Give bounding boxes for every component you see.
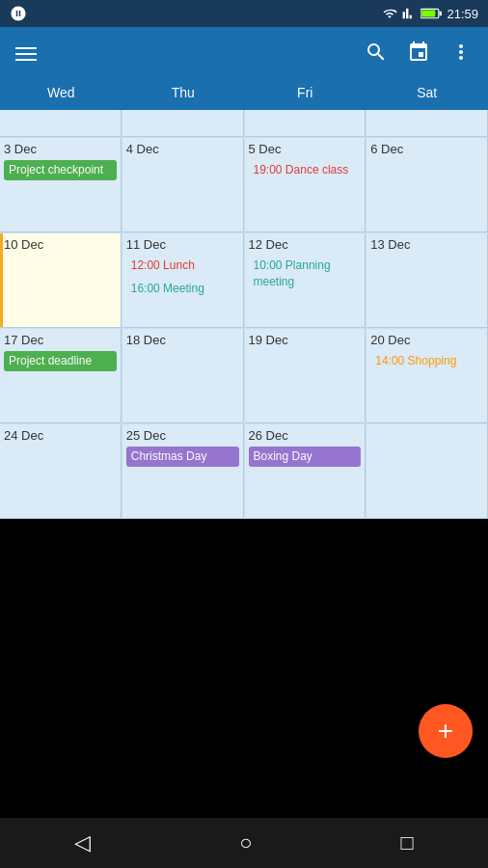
- day-cell-w0d3[interactable]: [366, 110, 488, 137]
- time-display: 21:59: [447, 7, 478, 21]
- calendar-event[interactable]: Project deadline: [4, 351, 117, 371]
- svg-rect-1: [422, 10, 436, 16]
- day-cell-24 Dec[interactable]: 24 Dec: [0, 424, 122, 519]
- day-cell-w4d3[interactable]: [366, 424, 488, 519]
- day-header-fri: Fri: [244, 81, 366, 104]
- calendar-event[interactable]: Boxing Day: [249, 447, 362, 467]
- day-cell-17 Dec[interactable]: 17 DecProject deadline: [0, 329, 122, 423]
- day-cell-w0d2[interactable]: [245, 110, 366, 137]
- day-cell-19 Dec[interactable]: 19 Dec: [245, 329, 366, 423]
- calendar-event[interactable]: Christmas Day: [126, 447, 239, 467]
- add-icon: +: [438, 716, 453, 746]
- svg-rect-2: [440, 12, 442, 16]
- day-cell-10 Dec[interactable]: 10 Dec: [0, 233, 122, 328]
- day-cell-25 Dec[interactable]: 25 DecChristmas Day: [122, 424, 244, 519]
- day-number: 12 Dec: [249, 237, 362, 252]
- calendar-grid: 3 DecProject checkpoint4 Dec5 Dec19:00 D…: [0, 110, 488, 519]
- day-cell-18 Dec[interactable]: 18 Dec: [122, 329, 244, 423]
- day-number: 26 Dec: [249, 428, 362, 443]
- day-cell-w0d0[interactable]: [0, 110, 122, 137]
- calendar-event[interactable]: 10:00 Planning meeting: [249, 256, 362, 292]
- day-cell-4 Dec[interactable]: 4 Dec: [122, 138, 244, 232]
- day-cell-5 Dec[interactable]: 5 Dec19:00 Dance class: [245, 138, 366, 232]
- search-button[interactable]: [365, 41, 388, 68]
- day-number: 3 Dec: [4, 142, 117, 156]
- day-header-sat: Sat: [366, 81, 489, 104]
- cat-icon: [10, 5, 27, 22]
- day-number: 20 Dec: [370, 333, 483, 347]
- day-cell-13 Dec[interactable]: 13 Dec: [366, 233, 488, 328]
- calendar-event[interactable]: 14:00 Shopping: [370, 351, 483, 371]
- day-header-thu: Thu: [122, 81, 245, 104]
- status-left: [10, 5, 27, 22]
- more-options-button[interactable]: [449, 41, 473, 68]
- battery-icon: [420, 8, 442, 19]
- calendar-event[interactable]: 12:00 Lunch: [126, 256, 239, 276]
- header-actions: [365, 41, 473, 68]
- day-cell-6 Dec[interactable]: 6 Dec: [366, 138, 488, 232]
- day-cell-20 Dec[interactable]: 20 Dec14:00 Shopping: [366, 329, 488, 423]
- day-number: 17 Dec: [4, 333, 117, 347]
- signal-icon: [402, 7, 416, 20]
- menu-button[interactable]: [15, 47, 37, 61]
- day-number: 5 Dec: [249, 142, 362, 156]
- day-number: 24 Dec: [4, 428, 117, 443]
- status-bar: 21:59: [0, 0, 488, 27]
- calendar-button[interactable]: [407, 41, 430, 68]
- day-number: 4 Dec: [126, 142, 239, 156]
- day-number: 25 Dec: [126, 428, 239, 443]
- wifi-icon: [382, 7, 397, 20]
- day-number: 18 Dec: [126, 333, 239, 347]
- day-cell-26 Dec[interactable]: 26 DecBoxing Day: [245, 424, 366, 519]
- day-number: 10 Dec: [4, 237, 117, 252]
- calendar-event[interactable]: Project checkpoint: [4, 160, 117, 180]
- day-headers-row: Wed Thu Fri Sat: [0, 81, 488, 110]
- calendar-event[interactable]: 16:00 Meeting: [126, 279, 239, 299]
- status-right: 21:59: [382, 7, 478, 21]
- day-number: 19 Dec: [249, 333, 362, 347]
- calendar-container: 3 DecProject checkpoint4 Dec5 Dec19:00 D…: [0, 110, 488, 816]
- app-header: [0, 27, 488, 81]
- day-cell-w0d1[interactable]: [122, 110, 244, 137]
- day-header-wed: Wed: [0, 81, 122, 104]
- add-event-button[interactable]: +: [419, 704, 473, 758]
- day-cell-12 Dec[interactable]: 12 Dec10:00 Planning meeting: [245, 233, 366, 328]
- day-cell-3 Dec[interactable]: 3 DecProject checkpoint: [0, 138, 122, 232]
- back-button[interactable]: ◁: [74, 830, 91, 855]
- recent-button[interactable]: □: [401, 830, 414, 855]
- day-number: 11 Dec: [126, 237, 239, 252]
- navigation-bar: ◁ ○ □: [0, 818, 488, 868]
- day-number: 6 Dec: [370, 142, 483, 156]
- day-number: 13 Dec: [370, 237, 483, 252]
- day-cell-11 Dec[interactable]: 11 Dec12:00 Lunch16:00 Meeting: [122, 233, 244, 328]
- home-button[interactable]: ○: [239, 830, 252, 855]
- calendar-event[interactable]: 19:00 Dance class: [249, 160, 362, 180]
